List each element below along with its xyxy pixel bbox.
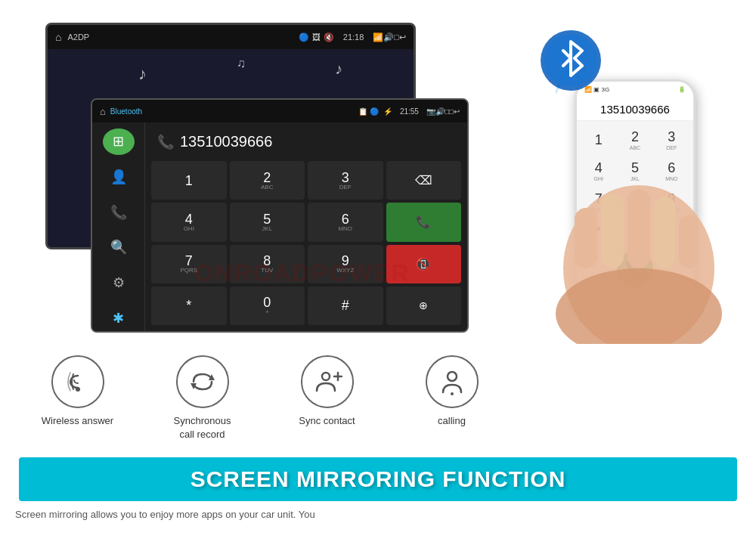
phone-hand-container: 📶 ▣ 3G 🔋 13510039666 1 2ABC 3DEF 4GHI 5J…	[544, 64, 733, 344]
home-icon: ⌂	[55, 31, 61, 43]
hand-shape	[544, 117, 733, 344]
top-section: ⌂ A2DP 🔵🖼🔇 21:18 📶🔊□↩ ♪ ♫ ♪	[0, 0, 756, 348]
dial-key-backspace[interactable]: ⌫	[386, 161, 462, 200]
front-home-icon: ⌂	[100, 106, 106, 117]
screen-back-statusbar: ⌂ A2DP 🔵🖼🔇 21:18 📶🔊□↩	[48, 25, 414, 49]
dial-grid: 1 2ABC 3DEF ⌫ 4GHI 5JKL 6MNO 📞 7PQRS 8TU…	[151, 161, 461, 325]
screen-front-statusbar: ⌂ Bluetooth 📋🔵 ⚡ 21:55 📷🔊□□↩	[92, 100, 467, 122]
dial-key-end[interactable]: 📵	[386, 245, 462, 283]
banner-text: SCREEN MIRRORING FUNCTION	[191, 466, 566, 492]
dial-key-6[interactable]: 6MNO	[308, 203, 383, 241]
feature-sync-call-record: Synchronouscall record	[140, 355, 265, 441]
dial-key-9[interactable]: 9WXYZ	[308, 245, 383, 283]
svg-rect-9	[679, 215, 699, 268]
svg-point-10	[76, 387, 80, 392]
svg-point-17	[451, 392, 454, 395]
feature-calling: calling	[389, 355, 514, 428]
dial-sidebar: ⊞ 👤 📞 🔍 ⚙ ✱	[92, 122, 145, 331]
music-note-2: ♫	[237, 57, 246, 70]
dial-key-7[interactable]: 7PQRS	[151, 245, 227, 283]
svg-point-16	[448, 372, 457, 381]
svg-point-13	[322, 373, 330, 380]
search-btn[interactable]: 🔍	[103, 234, 135, 261]
back-time: 21:18	[343, 33, 364, 42]
front-bt-icon: ⚡	[383, 107, 392, 116]
features-section: Wireless answer Synchronouscall record	[0, 348, 756, 454]
front-time: 21:55	[400, 107, 419, 116]
dial-key-1[interactable]: 1	[151, 161, 227, 200]
svg-rect-6	[601, 193, 624, 268]
dial-main: 📞 13510039666 1 2ABC 3DEF ⌫ 4GHI 5JKL 6M…	[145, 122, 467, 331]
sync-call-circle	[176, 355, 229, 408]
music-note-1: ♪	[138, 64, 147, 84]
mockup-battery: 🔋	[678, 86, 686, 93]
sync-call-label: Synchronouscall record	[174, 414, 231, 441]
svg-rect-7	[627, 189, 650, 268]
calling-circle	[426, 355, 479, 408]
calling-label: calling	[438, 414, 466, 428]
back-icons: 🔵🖼🔇	[299, 33, 334, 42]
dial-key-extra[interactable]: ⊕	[386, 286, 462, 325]
sync-contact-label: Sync contact	[299, 414, 355, 428]
sync-contact-circle	[301, 355, 354, 408]
music-note-3: ♪	[335, 60, 342, 78]
bluetooth-btn[interactable]: ✱	[103, 305, 135, 331]
dial-key-answer[interactable]: 📞	[386, 203, 462, 241]
dial-key-4[interactable]: 4GHI	[151, 203, 227, 241]
front-status-icons: 📋🔵	[358, 107, 379, 116]
back-controls: 📶🔊□↩	[373, 33, 406, 42]
recent-calls-btn[interactable]: 📞	[103, 199, 135, 225]
banner: SCREEN MIRRORING FUNCTION	[19, 457, 737, 501]
dial-key-2[interactable]: 2ABC	[230, 161, 305, 200]
contacts-btn[interactable]: 👤	[103, 164, 135, 190]
dial-key-5[interactable]: 5JKL	[230, 203, 305, 241]
call-arrow-icon: 📞	[157, 134, 174, 150]
phone-number-text: 13510039666	[180, 133, 272, 150]
dial-key-8[interactable]: 8TUV	[230, 245, 305, 283]
screen-front-body: ⊞ 👤 📞 🔍 ⚙ ✱ 📞 13510039666 1	[92, 122, 467, 331]
wireless-answer-circle	[51, 355, 104, 408]
front-app-label: Bluetooth	[110, 107, 142, 116]
dial-key-3[interactable]: 3DEF	[308, 161, 383, 200]
bottom-description: Screen mirroring allows you to enjoy mor…	[15, 509, 315, 520]
wireless-answer-label: Wireless answer	[42, 414, 113, 428]
dial-key-0[interactable]: 0+	[230, 286, 305, 325]
dial-key-star[interactable]: *	[151, 286, 227, 325]
bottom-text: Screen mirroring allows you to enjoy mor…	[0, 501, 756, 528]
front-nav-icons: 📷🔊□□↩	[426, 107, 460, 116]
svg-rect-5	[575, 208, 597, 268]
feature-wireless-answer: Wireless answer	[15, 355, 140, 428]
dial-btn[interactable]: ⊞	[103, 129, 135, 155]
back-app-label: A2DP	[67, 33, 89, 42]
svg-rect-8	[654, 197, 675, 268]
main-container: ⌂ A2DP 🔵🖼🔇 21:18 📶🔊□↩ ♪ ♫ ♪	[0, 0, 756, 545]
phone-number-display: 📞 13510039666	[151, 129, 461, 155]
screen-front: ⌂ Bluetooth 📋🔵 ⚡ 21:55 📷🔊□□↩ ⊞ 👤 📞 🔍 ⚙ ✱	[91, 98, 469, 333]
feature-sync-contact: Sync contact	[265, 355, 389, 428]
bluetooth-logo	[537, 26, 605, 94]
dial-key-hash[interactable]: #	[308, 286, 383, 325]
settings-btn[interactable]: ⚙	[103, 270, 135, 296]
